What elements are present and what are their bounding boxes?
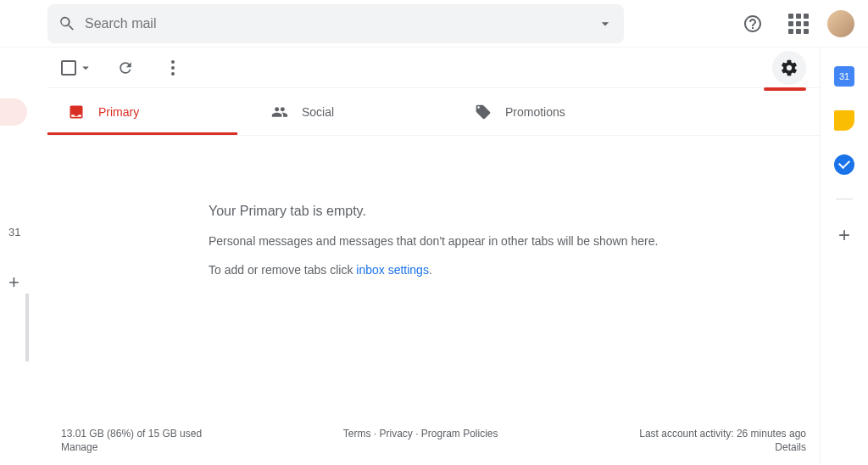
- inbox-settings-link[interactable]: inbox settings: [356, 263, 429, 277]
- account-avatar[interactable]: [827, 10, 854, 37]
- checkbox-icon: [61, 60, 76, 76]
- search-options-dropdown-icon[interactable]: [597, 15, 614, 32]
- compose-pill[interactable]: [0, 98, 27, 126]
- toolbar: [47, 48, 820, 88]
- settings-button[interactable]: [772, 51, 806, 85]
- tab-promotions[interactable]: Promotions: [454, 88, 658, 135]
- empty-state: Your Primary tab is empty. Personal mess…: [47, 136, 820, 419]
- tab-label: Social: [302, 105, 334, 119]
- add-addon-button[interactable]: +: [838, 223, 850, 247]
- main-panel: Primary Social Promotions Your Primary t…: [47, 48, 821, 465]
- tab-label: Primary: [98, 105, 139, 119]
- terms-link[interactable]: Terms: [343, 428, 371, 440]
- empty-subtext: Personal messages and messages that don'…: [209, 234, 806, 248]
- right-side-panel: 31 +: [821, 48, 868, 465]
- sidebar-count: 31: [8, 226, 20, 238]
- manage-storage-link[interactable]: Manage: [61, 441, 202, 453]
- empty-heading: Your Primary tab is empty.: [209, 204, 806, 219]
- settings-highlight: [764, 87, 806, 91]
- chevron-down-icon: [78, 60, 93, 76]
- tab-primary[interactable]: Primary: [47, 88, 251, 135]
- search-input[interactable]: [85, 16, 597, 31]
- activity-details-link[interactable]: Details: [639, 441, 806, 453]
- more-button[interactable]: [158, 53, 188, 83]
- search-bar[interactable]: [47, 4, 624, 43]
- activity-text: Last account activity: 26 minutes ago: [639, 428, 806, 440]
- rail-divider: [836, 199, 853, 199]
- header-actions: [736, 7, 854, 41]
- gear-icon: [780, 59, 798, 77]
- policies-link[interactable]: Program Policies: [421, 428, 498, 440]
- empty-action-line: To add or remove tabs click inbox settin…: [209, 263, 806, 277]
- storage-text: 13.01 GB (86%) of 15 GB used: [61, 428, 202, 440]
- tab-social[interactable]: Social: [251, 88, 454, 135]
- three-dots-icon: [171, 60, 175, 76]
- refresh-button[interactable]: [110, 53, 141, 83]
- left-sidebar: 31 +: [0, 48, 47, 465]
- footer: 13.01 GB (86%) of 15 GB used Manage Term…: [47, 419, 820, 465]
- apps-grid-icon: [788, 14, 809, 34]
- inbox-icon: [68, 104, 85, 120]
- search-icon: [58, 14, 76, 33]
- content-area: 31 +: [0, 48, 868, 465]
- app-header: [0, 0, 868, 48]
- people-icon: [271, 104, 288, 120]
- sidebar-add-icon[interactable]: +: [8, 272, 19, 294]
- footer-links: Terms · Privacy · Program Policies: [343, 428, 498, 440]
- keep-app-icon[interactable]: [834, 110, 854, 131]
- tag-icon: [475, 104, 492, 120]
- privacy-link[interactable]: Privacy: [379, 428, 412, 440]
- category-tabs: Primary Social Promotions: [47, 88, 820, 136]
- tasks-app-icon[interactable]: [834, 154, 854, 175]
- google-apps-button[interactable]: [782, 7, 815, 41]
- sidebar-scroll-indicator: [25, 294, 29, 361]
- select-all-checkbox[interactable]: [61, 60, 93, 76]
- calendar-app-icon[interactable]: 31: [834, 66, 854, 87]
- help-button[interactable]: [736, 7, 770, 41]
- tab-label: Promotions: [505, 105, 565, 119]
